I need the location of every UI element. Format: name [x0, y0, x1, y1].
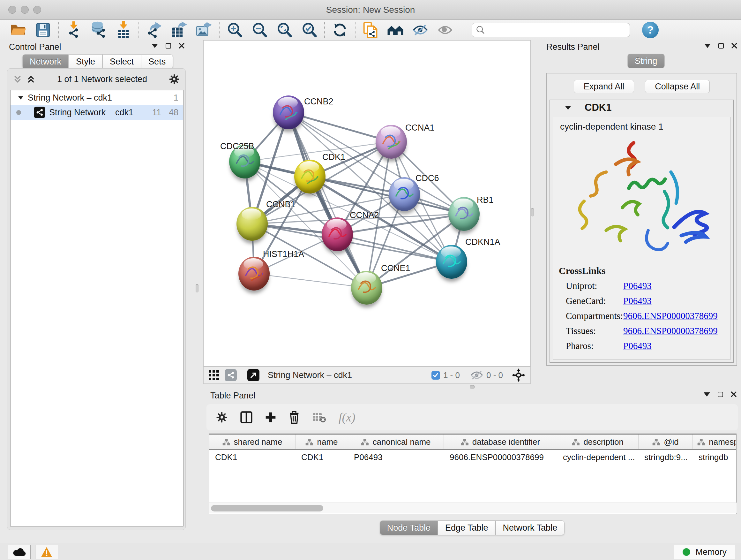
- open-session-button[interactable]: [6, 21, 30, 39]
- panel-undock-icon[interactable]: [165, 43, 171, 49]
- horizontal-splitter[interactable]: [203, 384, 741, 390]
- birds-eye-view-icon[interactable]: [247, 369, 259, 381]
- table-row[interactable]: CDK1CDK1P064939606.ENSP00000378699cyclin…: [209, 450, 736, 464]
- import-network-file-button[interactable]: [61, 21, 86, 39]
- window-controls[interactable]: [8, 6, 41, 14]
- panel-float-icon[interactable]: [151, 44, 158, 48]
- cloud-status-button[interactable]: [8, 545, 30, 559]
- column-header-canonical-name[interactable]: canonical name: [348, 435, 444, 449]
- column-tree-icon: [652, 439, 660, 445]
- zoom-in-button[interactable]: [222, 21, 247, 39]
- hide-selected-button[interactable]: [408, 21, 433, 39]
- maximize-window-icon[interactable]: [33, 6, 41, 14]
- gear-icon[interactable]: [169, 74, 180, 84]
- export-network-icon: [146, 21, 162, 39]
- tab-style[interactable]: Style: [69, 54, 103, 69]
- refresh-view-button[interactable]: [327, 21, 352, 39]
- column-header-description[interactable]: description: [557, 435, 638, 449]
- delete-column-trash-icon[interactable]: [289, 411, 300, 424]
- table-horizontal-scrollbar[interactable]: [209, 503, 737, 513]
- network-node-CDKN1A[interactable]: [436, 245, 467, 279]
- panel-close-icon[interactable]: [731, 43, 737, 49]
- tab-edge-table[interactable]: Edge Table: [438, 520, 495, 535]
- warnings-button[interactable]: [35, 545, 58, 559]
- table-cell: CDK1: [295, 452, 348, 462]
- crosslink-value[interactable]: P06493: [623, 296, 652, 306]
- right-splitter-handle[interactable]: [531, 208, 534, 216]
- table-options-gear-icon[interactable]: [216, 412, 227, 423]
- delete-table-icon: [313, 412, 326, 423]
- network-node-CDK1[interactable]: [294, 160, 326, 193]
- network-view[interactable]: CDK1CCNB1CCNB2CCNA1CCNA2CCNE1CDC6CDC25BR…: [203, 40, 531, 367]
- left-splitter-handle[interactable]: [196, 284, 199, 293]
- collapse-entry-icon[interactable]: [565, 106, 571, 110]
- selected-checkbox-icon[interactable]: [431, 371, 440, 380]
- column-header-name[interactable]: name: [295, 435, 348, 449]
- network-canvas[interactable]: CDK1CCNB1CCNB2CCNA1CCNA2CCNE1CDC6CDC25BR…: [204, 41, 531, 367]
- scrollbar-thumb[interactable]: [211, 505, 323, 511]
- column-header-namespace[interactable]: namespace: [693, 435, 737, 449]
- export-table-button[interactable]: [166, 21, 192, 39]
- panel-undock-icon[interactable]: [718, 392, 723, 397]
- panel-float-icon[interactable]: [704, 44, 711, 48]
- show-hidden-button[interactable]: [433, 21, 458, 39]
- minimize-window-icon[interactable]: [21, 6, 29, 14]
- collapse-all-icon[interactable]: [13, 75, 22, 84]
- help-button[interactable]: ?: [642, 22, 659, 38]
- expand-all-button[interactable]: Expand All: [574, 80, 634, 93]
- zoom-out-button[interactable]: [247, 21, 272, 39]
- node-table[interactable]: shared namenamecanonical namedatabase id…: [209, 434, 737, 514]
- show-columns-icon[interactable]: [240, 411, 253, 423]
- export-network-button[interactable]: [142, 21, 166, 39]
- results-panel-title: Results Panel: [546, 42, 600, 52]
- network-node-CCNB1[interactable]: [237, 207, 268, 241]
- crosslink-value[interactable]: P06493: [623, 281, 652, 291]
- close-window-icon[interactable]: [8, 6, 16, 14]
- import-network-database-button[interactable]: [86, 21, 111, 39]
- search-field[interactable]: [472, 23, 630, 37]
- expand-all-icon[interactable]: [26, 75, 36, 84]
- crosslink-value[interactable]: 9606.ENSP00000378699: [623, 311, 718, 321]
- network-share-icon[interactable]: [225, 369, 237, 381]
- duplicate-network-view-button[interactable]: [358, 21, 383, 39]
- network-node-CCNB2[interactable]: [273, 96, 304, 129]
- tab-sets[interactable]: Sets: [141, 54, 173, 69]
- column-header-database-identifier[interactable]: database identifier: [444, 435, 557, 449]
- column-header--id[interactable]: @id: [638, 435, 693, 449]
- panel-undock-icon[interactable]: [718, 43, 724, 49]
- houses-icon: [387, 24, 404, 36]
- tab-network-table[interactable]: Network Table: [495, 520, 565, 535]
- tab-node-table[interactable]: Node Table: [380, 520, 438, 535]
- tree-expand-icon[interactable]: [18, 96, 23, 99]
- center-view-crosshair-icon[interactable]: [512, 368, 525, 382]
- network-node-RB1[interactable]: [448, 197, 480, 231]
- save-session-button[interactable]: [30, 21, 56, 39]
- memory-button[interactable]: Memory: [674, 545, 735, 559]
- network-node-HIST1H1A[interactable]: [239, 257, 270, 291]
- network-node-CCNA1[interactable]: [376, 125, 407, 159]
- tab-string[interactable]: String: [627, 54, 665, 68]
- crosslink-value[interactable]: P06493: [623, 341, 652, 351]
- grid-view-icon[interactable]: [209, 370, 219, 380]
- network-collection-row[interactable]: String Network – cdk1 1: [10, 90, 183, 105]
- create-column-plus-icon[interactable]: [265, 412, 276, 423]
- edge-count: 48: [169, 108, 179, 118]
- panel-float-icon[interactable]: [704, 392, 710, 396]
- zoom-selected-button[interactable]: [297, 21, 322, 39]
- crosslink-value[interactable]: 9606.ENSP00000378699: [623, 326, 718, 336]
- network-node-CCNE1[interactable]: [351, 271, 382, 305]
- import-table-file-button[interactable]: [111, 21, 136, 39]
- collapse-all-button[interactable]: Collapse All: [645, 80, 710, 93]
- panel-close-icon[interactable]: [731, 391, 737, 397]
- protein-structure-image: [567, 134, 717, 260]
- zoom-fit-button[interactable]: [272, 21, 297, 39]
- panel-close-icon[interactable]: [179, 43, 185, 49]
- tab-select[interactable]: Select: [103, 54, 141, 69]
- column-header-shared-name[interactable]: shared name: [209, 435, 295, 449]
- search-input[interactable]: [485, 25, 622, 35]
- network-overview-button[interactable]: [383, 21, 408, 39]
- tab-network[interactable]: Network: [22, 54, 69, 69]
- network-row[interactable]: String Network – cdk1 11 48: [10, 105, 183, 120]
- network-node-CCNA2[interactable]: [322, 217, 353, 251]
- export-image-button[interactable]: [192, 21, 216, 39]
